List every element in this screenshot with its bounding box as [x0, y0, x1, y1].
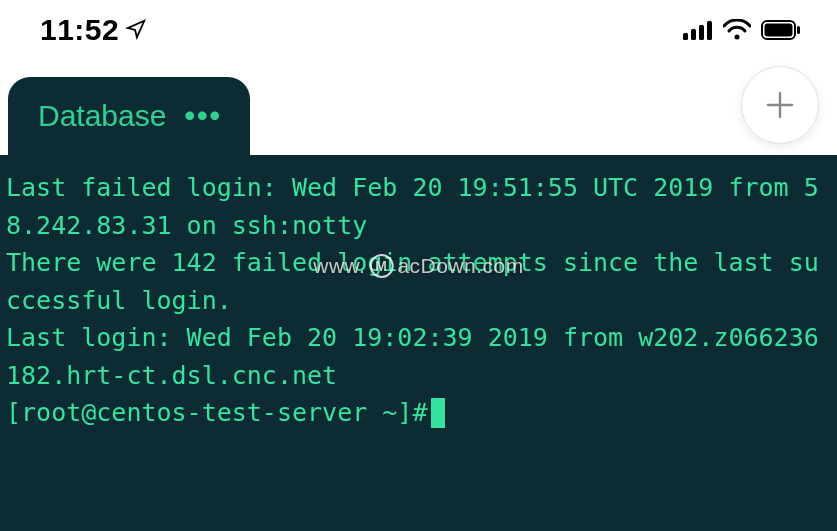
svg-rect-1: [691, 29, 696, 40]
clock-time: 11:52: [40, 13, 119, 47]
tab-bar: Database •••: [0, 60, 837, 155]
status-time-group: 11:52: [40, 13, 147, 47]
terminal-output[interactable]: Last failed login: Wed Feb 20 19:51:55 U…: [0, 155, 837, 531]
svg-rect-0: [683, 33, 688, 40]
terminal-line: There were 142 failed login attempts sin…: [6, 244, 831, 319]
terminal-prompt: [root@centos-test-server ~]#: [6, 394, 427, 432]
status-right: [683, 19, 801, 41]
svg-point-4: [735, 35, 740, 40]
cellular-signal-icon: [683, 20, 713, 40]
wifi-icon: [723, 19, 751, 41]
tab-label: Database: [38, 99, 166, 133]
svg-rect-6: [765, 24, 793, 37]
add-tab-button[interactable]: [741, 66, 819, 144]
terminal-line: Last failed login: Wed Feb 20 19:51:55 U…: [6, 169, 831, 244]
tab-more-icon[interactable]: •••: [184, 99, 222, 133]
status-bar: 11:52: [0, 0, 837, 60]
tab-database[interactable]: Database •••: [8, 77, 250, 155]
svg-rect-7: [797, 26, 800, 34]
svg-rect-3: [707, 21, 712, 40]
terminal-prompt-line: [root@centos-test-server ~]#: [6, 394, 831, 432]
terminal-line: Last login: Wed Feb 20 19:02:39 2019 fro…: [6, 319, 831, 394]
location-arrow-icon: [125, 13, 147, 47]
cursor-icon: [431, 398, 445, 428]
battery-icon: [761, 20, 801, 40]
svg-rect-2: [699, 25, 704, 40]
